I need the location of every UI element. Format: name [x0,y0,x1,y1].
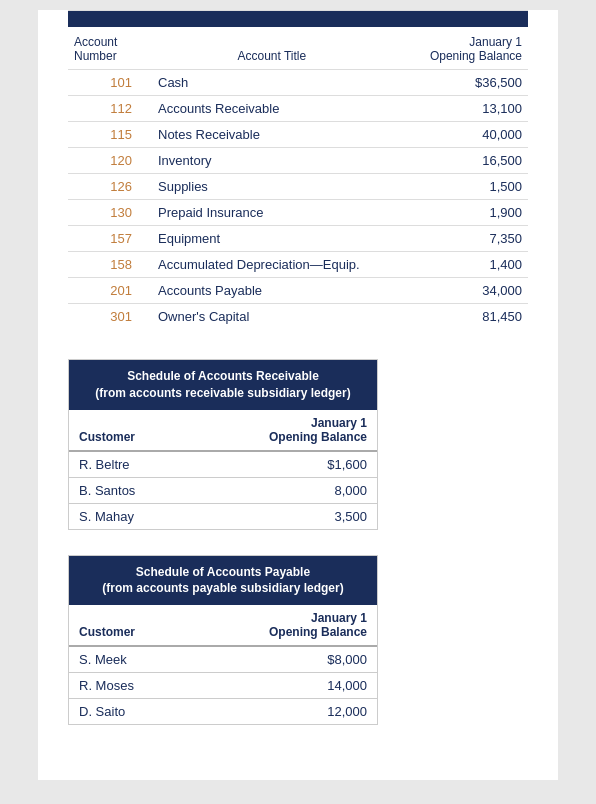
customer-name: D. Saito [69,699,190,725]
receivable-balance-col: January 1Opening Balance [190,410,377,451]
account-number: 201 [68,278,138,304]
account-title: Accounts Receivable [138,96,406,122]
customer-name: S. Mahay [69,503,190,529]
gl-title [68,11,528,27]
general-ledger-table: AccountNumber Account Title January 1Ope… [68,10,528,329]
schedule-receivable-table: Customer January 1Opening Balance R. Bel… [69,410,377,529]
schedule-payable: Schedule of Accounts Payable(from accoun… [68,555,378,726]
table-row: 158 Accumulated Depreciation—Equip. 1,40… [68,252,528,278]
table-row: 112 Accounts Receivable 13,100 [68,96,528,122]
account-number: 101 [68,70,138,96]
table-row: 101 Cash $36,500 [68,70,528,96]
account-number: 120 [68,148,138,174]
schedule-receivable-title: Schedule of Accounts Receivable(from acc… [69,360,377,410]
table-row: 301 Owner's Capital 81,450 [68,304,528,330]
account-number: 157 [68,226,138,252]
customer-name: S. Meek [69,646,190,673]
account-number: 130 [68,200,138,226]
opening-balance: $36,500 [406,70,528,96]
opening-balance: 1,900 [406,200,528,226]
opening-balance: 16,500 [406,148,528,174]
page: AccountNumber Account Title January 1Ope… [38,10,558,780]
receivable-customer-col: Customer [69,410,190,451]
opening-balance: 1,400 [406,252,528,278]
account-title: Inventory [138,148,406,174]
col-account-title: Account Title [138,27,406,70]
table-row: 201 Accounts Payable 34,000 [68,278,528,304]
table-row: 157 Equipment 7,350 [68,226,528,252]
account-number: 158 [68,252,138,278]
opening-balance: 40,000 [406,122,528,148]
opening-balance: 7,350 [406,226,528,252]
opening-balance: 13,100 [406,96,528,122]
list-item: R. Moses 14,000 [69,673,377,699]
list-item: D. Saito 12,000 [69,699,377,725]
account-title: Cash [138,70,406,96]
list-item: S. Meek $8,000 [69,646,377,673]
account-number: 301 [68,304,138,330]
balance-value: 12,000 [190,699,377,725]
balance-value: $1,600 [190,451,377,478]
account-number: 126 [68,174,138,200]
schedule-payable-table: Customer January 1Opening Balance S. Mee… [69,605,377,724]
account-title: Owner's Capital [138,304,406,330]
schedule-receivable: Schedule of Accounts Receivable(from acc… [68,359,378,530]
account-title: Prepaid Insurance [138,200,406,226]
payable-customer-col: Customer [69,605,190,646]
payable-balance-col: January 1Opening Balance [190,605,377,646]
balance-value: $8,000 [190,646,377,673]
account-number: 112 [68,96,138,122]
table-row: 120 Inventory 16,500 [68,148,528,174]
table-row: 130 Prepaid Insurance 1,900 [68,200,528,226]
customer-name: R. Moses [69,673,190,699]
balance-value: 8,000 [190,477,377,503]
balance-value: 14,000 [190,673,377,699]
opening-balance: 1,500 [406,174,528,200]
account-title: Accumulated Depreciation—Equip. [138,252,406,278]
account-number: 115 [68,122,138,148]
table-row: 126 Supplies 1,500 [68,174,528,200]
col-opening-balance: January 1Opening Balance [406,27,528,70]
col-account-number: AccountNumber [68,27,138,70]
list-item: B. Santos 8,000 [69,477,377,503]
customer-name: B. Santos [69,477,190,503]
account-title: Accounts Payable [138,278,406,304]
schedule-payable-title: Schedule of Accounts Payable(from accoun… [69,556,377,606]
customer-name: R. Beltre [69,451,190,478]
list-item: R. Beltre $1,600 [69,451,377,478]
opening-balance: 34,000 [406,278,528,304]
list-item: S. Mahay 3,500 [69,503,377,529]
opening-balance: 81,450 [406,304,528,330]
account-title: Supplies [138,174,406,200]
account-title: Equipment [138,226,406,252]
account-title: Notes Receivable [138,122,406,148]
table-row: 115 Notes Receivable 40,000 [68,122,528,148]
balance-value: 3,500 [190,503,377,529]
